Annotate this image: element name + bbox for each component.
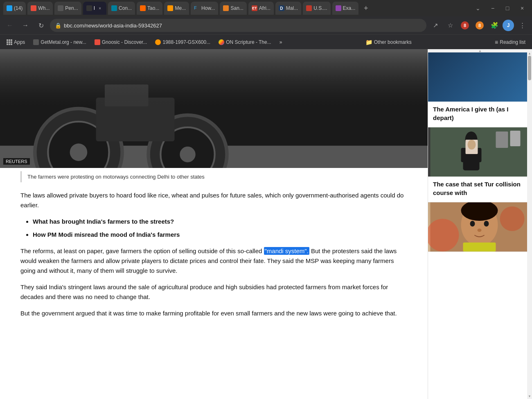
- svg-point-7: [180, 147, 195, 162]
- sidebar: ▲ The America I give th (as I depart): [428, 49, 532, 399]
- bookmark-gsx-label: 1988-1997-GSX600...: [162, 39, 210, 45]
- lock-icon: 🔒: [55, 23, 61, 29]
- tab-usnews[interactable]: Wh...: [27, 2, 53, 15]
- bookmark-gsx[interactable]: 1988-1997-GSX600...: [152, 38, 214, 47]
- more-bookmarks-btn[interactable]: »: [276, 38, 286, 47]
- tab-list-button[interactable]: ⌄: [471, 2, 485, 15]
- svg-point-23: [500, 206, 525, 231]
- how-icon: F: [194, 5, 200, 11]
- scroll-arrow-up-icon[interactable]: ▲: [528, 52, 531, 55]
- title-bar: (14) Wh... Pen... I × Con... Tao...: [0, 0, 532, 16]
- tab-active-close[interactable]: ×: [97, 5, 103, 11]
- extensions-button[interactable]: 🧩: [488, 19, 501, 32]
- tab-san-label: San...: [230, 5, 243, 11]
- onscripture-icon: [219, 39, 224, 45]
- sidebar-scrollbar: ▲ ▼: [527, 51, 532, 399]
- reading-list-label: Reading list: [500, 39, 525, 45]
- tab-san[interactable]: San...: [220, 2, 246, 15]
- tab-how[interactable]: F How...: [191, 2, 218, 15]
- back-button[interactable]: ←: [3, 19, 16, 32]
- close-button[interactable]: ×: [516, 2, 529, 15]
- tab-mal[interactable]: D Mal...: [275, 2, 301, 15]
- para2-before: The reforms, at least on paper, gave far…: [20, 247, 264, 254]
- article-list-item-1[interactable]: What has brought India's farmers to the …: [33, 217, 407, 227]
- gnoosic-icon: [95, 39, 100, 45]
- forward-button[interactable]: →: [19, 19, 32, 32]
- tab-exa[interactable]: Exa...: [332, 2, 359, 15]
- tab-pen[interactable]: Pen...: [54, 2, 81, 15]
- sidebar-article-america[interactable]: The America I give th (as I depart): [428, 52, 532, 127]
- share-button[interactable]: ↗: [429, 19, 442, 32]
- exa-icon: [336, 5, 341, 11]
- tab-us[interactable]: U.S....: [303, 2, 330, 15]
- svg-rect-29: [463, 243, 496, 252]
- menu-button[interactable]: ⋮: [516, 19, 529, 32]
- browser-frame: (14) Wh... Pen... I × Con... Tao...: [0, 0, 532, 399]
- reuters-badge: REUTERS: [3, 158, 30, 165]
- tab-twitter[interactable]: (14): [3, 2, 26, 15]
- getmetal-icon: [33, 39, 39, 45]
- tab-afri[interactable]: ET Afri...: [248, 2, 274, 15]
- article-caption: The farmers were protesting on motorways…: [20, 171, 407, 182]
- tab-active-label: I: [94, 5, 95, 11]
- tab-active[interactable]: I ×: [83, 2, 106, 15]
- bookmark-gnoosic[interactable]: Gnoosic - Discover...: [91, 38, 151, 47]
- profile-button[interactable]: J: [503, 20, 514, 31]
- bing-icon: [111, 5, 117, 11]
- minimize-button[interactable]: −: [486, 2, 499, 15]
- tab-me-label: Me...: [175, 5, 186, 11]
- sidebar-article-turkey[interactable]: The case that set Tur collision course w…: [428, 127, 532, 202]
- svg-rect-10: [0, 49, 428, 107]
- new-tab-button[interactable]: +: [360, 2, 372, 14]
- article-area: REUTERS The farmers were protesting on m…: [0, 49, 428, 399]
- me-icon: [167, 5, 173, 11]
- maximize-button[interactable]: □: [501, 2, 514, 15]
- address-bar[interactable]: 🔒 bbc.com/news/world-asia-india-59342627: [50, 19, 426, 32]
- bookmarks-bar: Apps GetMetal.org - new... Gnoosic - Dis…: [0, 34, 532, 49]
- scrollbar-thumb[interactable]: [528, 56, 531, 80]
- tab-bing[interactable]: Con...: [108, 2, 135, 15]
- svg-rect-17: [461, 148, 466, 162]
- svg-point-20: [468, 140, 476, 150]
- extensions-orange[interactable]: 8: [473, 19, 486, 32]
- afri-icon: ET: [252, 5, 257, 11]
- article-para-2: The reforms, at least on paper, gave far…: [20, 246, 407, 276]
- turkey-article-svg: [428, 127, 532, 177]
- article-list-item-2[interactable]: How PM Modi misread the mood of India's …: [33, 230, 407, 240]
- image-placeholder: [0, 49, 428, 168]
- article-body: The laws allowed private buyers to hoard…: [0, 186, 428, 399]
- tab-twitter-label: (14): [14, 5, 23, 11]
- article-svg-image: [0, 49, 428, 168]
- bookmark-getmetal[interactable]: GetMetal.org - new...: [30, 38, 89, 47]
- favorites-button[interactable]: ☆: [444, 19, 457, 32]
- sidebar-img-face: [428, 202, 532, 252]
- article-list: What has brought India's farmers to the …: [33, 217, 407, 240]
- apps-label: Apps: [14, 39, 25, 45]
- sidebar-article-face[interactable]: [428, 202, 532, 252]
- tab-me[interactable]: Me...: [164, 2, 189, 15]
- svg-point-28: [478, 229, 482, 232]
- bookmark-onscripture[interactable]: ON Scripture - The...: [215, 38, 274, 47]
- us-icon: [306, 5, 312, 11]
- tab-us-label: U.S....: [313, 5, 327, 11]
- tab-how-label: How...: [201, 5, 215, 11]
- pen-icon: [58, 5, 63, 11]
- tab-tao-label: Tao...: [147, 5, 159, 11]
- sidebar-scroll-top: ▲: [428, 49, 532, 52]
- other-bookmarks-button[interactable]: 📁 Other bookmarks: [362, 37, 415, 47]
- scroll-arrow-down-icon[interactable]: ▼: [527, 394, 532, 398]
- svg-point-27: [484, 221, 489, 227]
- active-icon: [86, 5, 92, 11]
- reading-list-button[interactable]: ≡ Reading list: [491, 37, 529, 47]
- window-controls: ⌄ − □ ×: [471, 2, 529, 15]
- mal-icon: D: [279, 5, 284, 11]
- sidebar-img-america: [428, 52, 532, 102]
- twitter-icon: [7, 5, 12, 11]
- refresh-button[interactable]: ↻: [34, 19, 47, 32]
- tab-tao[interactable]: Tao...: [137, 2, 162, 15]
- apps-button[interactable]: Apps: [3, 38, 28, 47]
- article-para-4: But the government argued that it was ti…: [20, 308, 407, 318]
- gsx-icon: [155, 39, 161, 45]
- url-text: bbc.com/news/world-asia-india-59342627: [64, 23, 162, 29]
- extensions-red[interactable]: 8: [458, 19, 471, 32]
